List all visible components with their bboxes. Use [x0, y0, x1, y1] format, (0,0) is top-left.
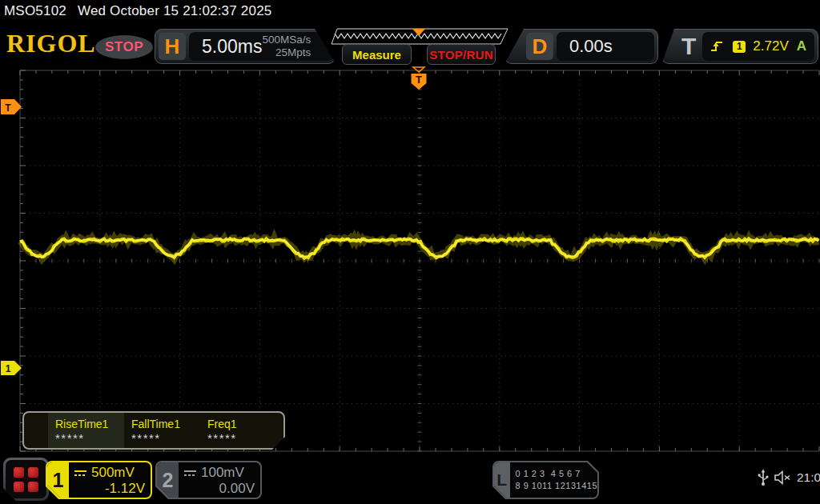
measurement-risetime[interactable]: RiseTime1 ***** — [48, 413, 124, 448]
measurement-freq[interactable]: Freq1 ***** — [200, 413, 276, 448]
usb-icon — [758, 469, 769, 486]
channel1-button[interactable]: 1 500mV -1.12V — [46, 461, 152, 499]
dc-coupling-icon — [74, 469, 87, 478]
channel1-offset: -1.12V — [74, 481, 145, 497]
channel2-offset: 0.00V — [183, 481, 255, 497]
digital-channel-list: 0 1 2 3 4 5 6 7 8 9 1011 12131415 — [510, 462, 598, 498]
svg-text:1: 1 — [6, 363, 11, 374]
dc-coupling-icon — [183, 469, 197, 478]
speaker-muted-icon — [774, 470, 791, 485]
oscilloscope-screen: MSO5102Wed October 15 21:02:37 2025 RIGO… — [0, 0, 820, 504]
measurement-falltime[interactable]: FallTime1 ***** — [124, 413, 200, 448]
svg-text:T: T — [5, 102, 11, 114]
trigger-level-marker[interactable]: T — [1, 99, 22, 114]
graticule-grid — [20, 70, 819, 451]
menu-grid-icon — [6, 460, 46, 498]
digital-channels-button[interactable]: L 0 1 2 3 4 5 6 7 8 9 1011 12131415 — [492, 461, 599, 499]
clock-text: 21:02 — [797, 470, 820, 485]
menu-button[interactable] — [3, 458, 49, 501]
system-tray: 21:02 — [758, 469, 820, 486]
channel1-offset-marker[interactable]: 1 — [1, 361, 22, 375]
svg-text:T: T — [416, 74, 422, 86]
measurement-panel[interactable]: RiseTime1 ***** FallTime1 ***** Freq1 **… — [22, 411, 285, 450]
channel2-scale: 100mV — [201, 465, 244, 481]
channel2-button[interactable]: 2 100mV 0.00V — [155, 461, 262, 499]
channel1-scale: 500mV — [91, 465, 135, 481]
